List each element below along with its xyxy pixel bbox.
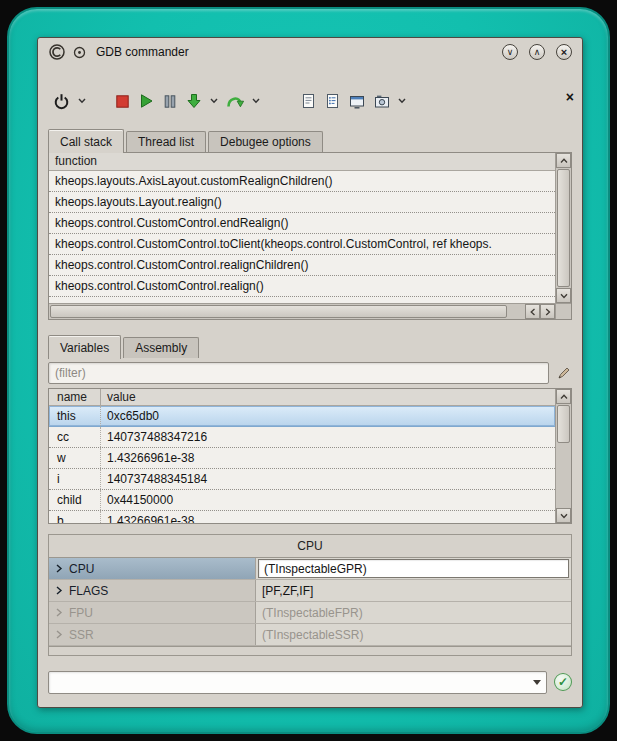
callstack-row[interactable]: kheops.layouts.AxisLayout.customRealignC… <box>49 171 555 192</box>
register-group-cell[interactable]: SSR <box>49 624 256 645</box>
chevron-right-icon[interactable] <box>55 608 63 617</box>
variable-name: cc <box>49 427 101 447</box>
chevron-right-icon[interactable] <box>55 630 63 639</box>
scroll-left-button[interactable] <box>525 304 540 319</box>
chevron-right-icon[interactable] <box>55 586 63 595</box>
play-icon <box>139 93 154 109</box>
chevron-right-icon[interactable] <box>55 564 63 573</box>
step-into-button[interactable] <box>185 90 203 112</box>
register-group-cell[interactable]: FPU <box>49 602 256 623</box>
callstack-column-header[interactable]: function <box>49 153 555 171</box>
callstack-panel: function kheops.layouts.AxisLayout.custo… <box>48 152 572 320</box>
minimize-button[interactable]: ∨ <box>502 44 518 60</box>
callstack-row[interactable]: kheops.control.CustomControl.toClient(kh… <box>49 234 555 255</box>
arrow-down-icon <box>186 93 202 109</box>
tab[interactable]: Variables <box>48 335 121 359</box>
variables-header: name value <box>49 389 555 406</box>
callstack-tabbar: Call stack Thread list Debugee options <box>48 128 572 152</box>
scroll-thumb[interactable] <box>557 169 570 287</box>
dock-close-icon[interactable]: × <box>566 90 574 104</box>
cpu-register-row[interactable]: CPU (TInspectableGPR) <box>49 558 571 580</box>
variable-value: 0x44150000 <box>101 490 555 510</box>
maximize-button[interactable]: ∧ <box>529 44 545 60</box>
register-group-cell[interactable]: CPU <box>49 558 256 579</box>
variable-name: w <box>49 448 101 468</box>
scroll-up-button[interactable] <box>556 389 571 404</box>
show-window-button[interactable] <box>348 90 366 112</box>
combobox-dropdown-button[interactable] <box>528 672 546 693</box>
edit-mask-button[interactable] <box>556 365 572 381</box>
register-group-value[interactable]: [PF,ZF,IF] <box>256 580 571 601</box>
filter-bar <box>48 362 572 384</box>
variable-row[interactable]: w 1.43266961e-38 <box>49 448 555 469</box>
callstack-horizontal-scrollbar[interactable] <box>49 303 555 319</box>
cpu-panel-title: CPU <box>49 535 571 557</box>
show-document-button[interactable] <box>300 90 317 112</box>
camera-icon <box>374 94 390 109</box>
pause-button[interactable] <box>162 90 178 112</box>
variable-name: child <box>49 490 101 510</box>
scroll-thumb[interactable] <box>50 305 507 318</box>
snapshot-button[interactable] <box>373 90 391 112</box>
snapshot-menu-button[interactable] <box>398 98 406 104</box>
step-into-menu-button[interactable] <box>210 98 218 104</box>
register-group-value[interactable]: (TInspectableGPR) <box>258 559 569 578</box>
column-header-name[interactable]: name <box>49 389 101 405</box>
close-button[interactable]: × <box>556 44 572 60</box>
chevron-down-icon <box>560 293 568 299</box>
scroll-down-button[interactable] <box>556 508 571 523</box>
scroll-track[interactable] <box>556 404 571 508</box>
chevron-up-icon <box>560 394 568 400</box>
cpu-register-row[interactable]: SSR (TInspectableSSR) <box>49 624 571 646</box>
column-header-value[interactable]: value <box>101 389 555 405</box>
tab[interactable]: Thread list <box>126 131 206 152</box>
scroll-right-button[interactable] <box>540 304 555 319</box>
titlebar[interactable]: GDB commander ∨ ∧ × <box>38 38 582 66</box>
callstack-row[interactable]: kheops.control.CustomControl.realign() <box>49 276 555 297</box>
power-button[interactable] <box>52 90 71 112</box>
variable-row[interactable]: i 140737488345184 <box>49 469 555 490</box>
scroll-down-button[interactable] <box>556 288 571 303</box>
variables-tabbar: Variables Assembly <box>48 334 572 358</box>
register-group-value[interactable]: (TInspectableSSR) <box>256 624 571 645</box>
variables-vertical-scrollbar[interactable] <box>555 389 571 523</box>
cpu-register-row[interactable]: FLAGS [PF,ZF,IF] <box>49 580 571 602</box>
run-button[interactable] <box>138 90 155 112</box>
step-over-menu-button[interactable] <box>252 98 260 104</box>
check-icon: ✓ <box>558 676 568 688</box>
filter-input[interactable] <box>48 362 549 384</box>
stop-button[interactable] <box>114 90 131 112</box>
window-title: GDB commander <box>96 45 189 59</box>
callstack-row[interactable]: kheops.control.CustomControl.endRealign(… <box>49 213 555 234</box>
scroll-track[interactable] <box>556 168 571 288</box>
cpu-register-row[interactable]: FPU (TInspectableFPR) <box>49 602 571 624</box>
callstack-vertical-scrollbar[interactable] <box>555 153 571 303</box>
register-group-cell[interactable]: FLAGS <box>49 580 256 601</box>
step-over-button[interactable] <box>225 90 245 112</box>
document-icon <box>301 93 316 109</box>
variable-row[interactable]: this 0xc65db0 <box>49 406 555 427</box>
variable-row[interactable]: cc 140737488347216 <box>49 427 555 448</box>
triangle-down-icon <box>533 680 541 685</box>
variable-row[interactable]: child 0x44150000 <box>49 490 555 511</box>
scroll-thumb[interactable] <box>557 405 570 443</box>
register-group-value[interactable]: (TInspectableFPR) <box>256 602 571 623</box>
variables-panel: name value this 0xc65db0 cc 140737488347… <box>48 388 572 524</box>
show-list-button[interactable] <box>324 90 341 112</box>
gdb-commander-window: GDB commander ∨ ∧ × × <box>37 37 583 708</box>
cpu-register-grid: CPU (TInspectableGPR) FLAGS <box>49 557 571 647</box>
command-combobox[interactable] <box>48 671 547 694</box>
power-menu-button[interactable] <box>78 98 86 104</box>
variable-row[interactable]: b 1.43266961e-38 <box>49 511 555 523</box>
send-command-button[interactable]: ✓ <box>554 673 572 691</box>
tab[interactable]: Debugee options <box>208 131 323 152</box>
tab[interactable]: Call stack <box>48 129 124 153</box>
tab[interactable]: Assembly <box>123 337 199 358</box>
scroll-up-button[interactable] <box>556 153 571 168</box>
callstack-row[interactable]: kheops.layouts.Layout.realign() <box>49 192 555 213</box>
variables-list: this 0xc65db0 cc 140737488347216 w 1.432… <box>49 406 555 523</box>
scroll-track[interactable] <box>49 304 525 319</box>
chevron-down-icon <box>560 513 568 519</box>
register-group-label: FPU <box>69 606 93 620</box>
callstack-row[interactable]: kheops.control.CustomControl.realignChil… <box>49 255 555 276</box>
